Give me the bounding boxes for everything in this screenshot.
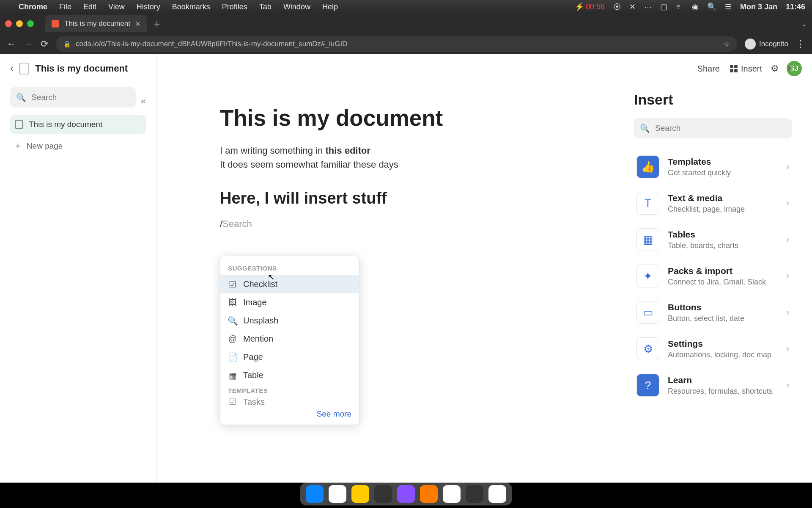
browser-toolbar: ← → ⟳ 🔒 coda.io/d/This-is-my-document_dB…: [0, 34, 812, 54]
back-button[interactable]: ←: [7, 39, 16, 50]
browser-menu-icon[interactable]: ⋮: [796, 39, 805, 50]
settings-icon: ⚙: [636, 337, 659, 360]
insert-item-learn[interactable]: ? LearnResources, formulas, shortcuts ›: [634, 367, 792, 403]
menu-history[interactable]: History: [137, 3, 160, 11]
insert-search-input[interactable]: 🔍 Search: [634, 118, 792, 138]
insert-item-packs-import[interactable]: ✦ Packs & importConnect to Jira, Gmail, …: [634, 258, 792, 294]
editor-area[interactable]: This is my document I am writing somethi…: [156, 54, 622, 483]
dock-app-5[interactable]: [397, 485, 415, 503]
dock-app-chrome[interactable]: [329, 485, 346, 503]
forward-button[interactable]: →: [24, 39, 33, 50]
close-window-button[interactable]: [5, 20, 12, 27]
insert-panel-title: Insert: [634, 91, 792, 108]
tab-close-icon[interactable]: ×: [135, 19, 140, 29]
chevron-right-icon: ›: [786, 198, 789, 209]
menu-bookmarks[interactable]: Bookmarks: [172, 3, 210, 11]
dock-app-7[interactable]: [443, 485, 461, 503]
popover-see-more-link[interactable]: See more: [220, 406, 359, 421]
popover-item-checklist[interactable]: ☑Checklist: [220, 275, 359, 293]
control-center-icon[interactable]: ◉: [692, 2, 699, 11]
app-name[interactable]: Chrome: [19, 3, 47, 11]
popover-item-mention[interactable]: @Mention: [220, 330, 359, 348]
menu-tab[interactable]: Tab: [259, 3, 272, 11]
menu-edit[interactable]: Edit: [83, 3, 96, 11]
dock-app-6[interactable]: [420, 485, 438, 503]
mouse-cursor-icon: ↖: [268, 272, 275, 282]
menu-help[interactable]: Help: [322, 3, 338, 11]
paragraph-line-2[interactable]: It does seem somewhat familiar these day…: [220, 157, 558, 171]
menubar-extra-icon-3[interactable]: ⋯: [644, 2, 652, 11]
page-icon: [15, 120, 23, 129]
page-title[interactable]: This is my document: [220, 105, 558, 131]
heading-2[interactable]: Here, I will insert stuff: [220, 189, 558, 207]
dock-app-trash[interactable]: [488, 485, 506, 503]
doc-title: This is my document: [35, 63, 128, 74]
insert-panel: × Insert 🔍 Search 👍 TemplatesGet started…: [622, 54, 804, 483]
sidebar-search-input[interactable]: 🔍 Search: [10, 87, 136, 108]
address-bar[interactable]: 🔒 coda.io/d/This-is-my-document_dBhAUW8p…: [56, 36, 737, 52]
incognito-indicator[interactable]: Incognito: [745, 39, 788, 50]
close-panel-icon[interactable]: ×: [787, 62, 793, 75]
tab-title: This is my document: [64, 19, 130, 28]
popover-item-image[interactable]: 🖼Image: [220, 293, 359, 312]
table-icon: ▦: [228, 371, 237, 380]
reload-button[interactable]: ⟳: [41, 39, 48, 50]
sidebar-page-item[interactable]: This is my document: [10, 115, 146, 134]
page-add-icon: 📄: [228, 353, 237, 362]
url-text: coda.io/d/This-is-my-document_dBhAUW8p6F…: [76, 40, 347, 48]
dock-app-8[interactable]: [466, 485, 483, 503]
insert-item-tables[interactable]: ▦ TablesTable, boards, charts ›: [634, 221, 792, 258]
collapse-sidebar-icon[interactable]: «: [141, 96, 146, 107]
search-icon: 🔍: [228, 316, 237, 326]
incognito-icon: [745, 39, 756, 50]
search-icon: 🔍: [640, 124, 650, 133]
popover-item-table[interactable]: ▦Table: [220, 366, 359, 384]
tasks-icon: ☑: [228, 398, 237, 406]
wifi-icon[interactable]: ᯤ: [676, 3, 683, 11]
left-sidebar: 🔍 Search « This is my document + New pag…: [0, 54, 156, 483]
chevron-right-icon: ›: [786, 234, 789, 245]
battery-icon[interactable]: ▢: [660, 2, 667, 11]
spotlight-icon[interactable]: 🔍: [707, 2, 716, 11]
back-chevron-icon[interactable]: ‹: [10, 63, 13, 74]
menubar-extra-icon[interactable]: ⦿: [613, 3, 621, 11]
insert-item-templates[interactable]: 👍 TemplatesGet started quickly ›: [634, 149, 792, 185]
dock-app-4[interactable]: [374, 485, 392, 503]
battery-status-icon[interactable]: ⚡00:56: [575, 2, 605, 11]
image-icon: 🖼: [228, 298, 237, 307]
popover-item-page[interactable]: 📄Page: [220, 348, 359, 366]
maximize-window-button[interactable]: [27, 20, 34, 27]
text-media-icon: T: [636, 192, 659, 215]
browser-tab[interactable]: This is my document ×: [45, 15, 147, 32]
menu-view[interactable]: View: [108, 3, 125, 11]
lock-icon: 🔒: [63, 41, 71, 47]
templates-icon: 👍: [636, 155, 659, 178]
insert-item-buttons[interactable]: ▭ ButtonsButton, select list, date ›: [634, 294, 792, 331]
bookmark-star-icon[interactable]: ☆: [723, 40, 730, 49]
menubar-extra-icon-2[interactable]: ✕: [629, 2, 636, 11]
popover-section-suggestions: SUGGESTIONS: [220, 262, 359, 275]
insert-item-text-media[interactable]: T Text & mediaChecklist, page, image ›: [634, 185, 792, 221]
dock-app-finder[interactable]: [306, 485, 324, 503]
menu-window[interactable]: Window: [283, 3, 310, 11]
menubar-date[interactable]: Mon 3 Jan: [740, 3, 777, 11]
popover-item-tasks[interactable]: ☑Tasks: [220, 398, 359, 406]
minimize-window-button[interactable]: [16, 20, 23, 27]
checklist-icon: ☑: [228, 280, 237, 289]
breadcrumb[interactable]: ‹ This is my document: [10, 63, 128, 75]
chevron-right-icon: ›: [786, 271, 789, 282]
siri-icon[interactable]: ☰: [725, 2, 732, 11]
new-tab-button[interactable]: +: [154, 17, 160, 30]
menu-profiles[interactable]: Profiles: [222, 3, 247, 11]
dock-app-3[interactable]: [351, 485, 369, 503]
slash-command-input[interactable]: /Search: [220, 218, 558, 229]
chevron-right-icon: ›: [786, 380, 789, 391]
popover-item-unsplash[interactable]: 🔍Unsplash: [220, 312, 359, 330]
window-controls: [5, 20, 34, 27]
tab-overflow-icon[interactable]: ⌄: [801, 20, 807, 28]
menu-file[interactable]: File: [59, 3, 71, 11]
new-page-button[interactable]: + New page: [10, 134, 146, 158]
insert-item-settings[interactable]: ⚙ SettingsAutomations, locking, doc map …: [634, 331, 792, 367]
menubar-time[interactable]: 11:46: [786, 3, 805, 11]
paragraph-line-1[interactable]: I am writing something in this editor: [220, 144, 558, 157]
